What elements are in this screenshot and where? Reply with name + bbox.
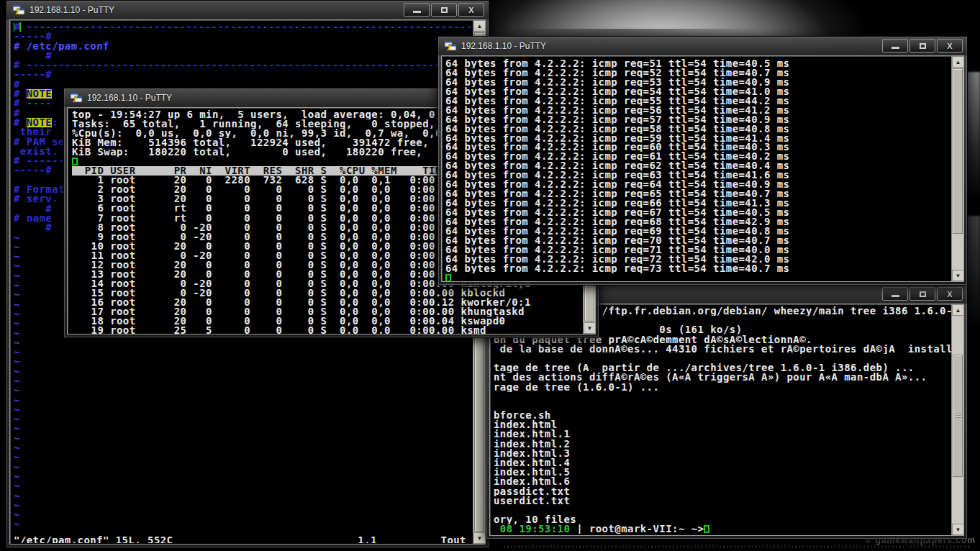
terminal-line: index.html.4 [494,458,963,468]
scroll-up-arrow[interactable]: ▲ [952,56,964,68]
terminal-line: 64 bytes from 4.2.2.2: icmp_req=65 ttl=5… [445,189,963,199]
minimize-button[interactable] [882,287,908,301]
scroll-up-arrow[interactable]: ▲ [473,20,486,32]
terminal-line: ~ [14,414,485,424]
desktop: © gamewallpapers.com 192.168.1.10 - PuTT… [0,0,980,551]
terminal-line: ~ [14,347,485,357]
scrollbar[interactable]: ▲ ▼ [951,304,963,535]
terminal-line: -----# [14,32,485,41]
terminal-line: ~ [14,463,485,472]
terminal-line: ~ [14,472,485,481]
terminal-line: 64 bytes from 4.2.2.2: icmp_req=54 ttl=5… [445,87,963,96]
scrollbar[interactable]: ▲ ▼ [951,56,963,281]
terminal-line: 16 root 20 0 0 0 0 S 0,0 0,0 0:00.12 kwo… [72,298,595,307]
terminal-line: 64 bytes from 4.2.2.2: icmp_req=60 ttl=5… [445,142,963,152]
terminal-line: 19 root 25 5 0 0 0 S 0,0 0,0 0:00.00 ksm… [72,326,595,334]
putty-icon [12,4,25,16]
terminal-line [494,392,963,401]
scroll-down-arrow[interactable]: ▼ [584,322,596,334]
close-button[interactable]: X [458,3,484,17]
terminal-line: 64 bytes from 4.2.2.2: icmp_req=67 ttl=5… [445,208,963,217]
maximize-button[interactable] [431,3,457,17]
terminal-content-ping[interactable]: 64 bytes from 4.2.2.2: icmp_req=51 ttl=5… [441,55,964,282]
terminal-line: 64 bytes from 4.2.2.2: icmp_req=56 ttl=5… [445,106,963,115]
terminal-line: ~ [14,510,485,519]
terminal-line: 64 bytes from 4.2.2.2: icmp_req=58 ttl=5… [445,124,963,134]
maximize-icon [920,43,926,49]
terminal-line: index.html.2 [494,440,963,449]
terminal-line: # --------------------------------------… [14,60,485,70]
terminal-content-shell[interactable]: /ftp.fr.debian.org/debian/ wheezy/main t… [489,304,964,536]
scroll-down-arrow[interactable]: ▼ [473,532,486,544]
terminal-line: ~ [14,491,485,501]
terminal-line: tage de tree (Ã partir de .../archives/t… [494,363,963,373]
maximize-button[interactable] [909,287,935,301]
scrollbar-grip [956,413,961,418]
terminal-line: 64 bytes from 4.2.2.2: icmp_req=71 ttl=5… [445,245,963,255]
terminal-line: nt des actions diffÃ©rÃ©es (Â«Â triggers… [494,373,963,382]
terminal-line: ~ [14,452,485,462]
terminal-line: index.html.5 [494,468,963,477]
terminal-line: 64 bytes from 4.2.2.2: icmp_req=57 ttl=5… [445,115,963,124]
scrollbar-thumb[interactable] [953,68,963,234]
minimize-button[interactable] [882,39,908,53]
terminal-line: # --------------------------------------… [14,22,485,32]
maximize-icon [441,7,448,13]
terminal-line: 17 root 20 0 0 0 0 S 0,0 0,0 0:00.00 khu… [72,307,595,317]
terminal-line: 64 bytes from 4.2.2.2: icmp_req=55 ttl=5… [445,96,963,106]
close-button[interactable]: X [937,287,963,301]
scroll-down-arrow[interactable]: ▼ [952,524,964,535]
terminal-line: rage de tree (1.6.0-1) ... [494,383,963,392]
terminal-line: -----# [14,70,485,79]
terminal-line: 64 bytes from 4.2.2.2: icmp_req=70 ttl=5… [445,236,963,245]
terminal-line: ~ [14,424,485,433]
terminal-line: ~ [14,376,485,386]
terminal-line: de la base de donnÃ©es... 44310 fichiers… [494,345,963,354]
terminal-line: 64 bytes from 4.2.2.2: icmp_req=59 ttl=5… [445,134,963,143]
titlebar[interactable]: 192.168.1.10 - PuTTY X [438,37,967,55]
terminal-line: ~ [14,386,485,395]
wallpaper-edge-smudge [967,216,980,331]
terminal-line: ~ [14,405,485,414]
terminal-line: # /etc/pam.conf [14,42,485,51]
terminal-line: 15 root 0 -20 0 0 0 S 0,0 0,0 0:00.00 kb… [72,288,595,298]
terminal-line: ~ [14,443,485,452]
terminal-line [445,273,963,282]
putty-window-ping: 192.168.1.10 - PuTTY X 64 bytes from 4.2… [437,36,968,286]
close-button[interactable]: X [937,39,963,53]
scroll-up-arrow[interactable]: ▲ [952,304,964,316]
maximize-button[interactable] [909,39,935,53]
wallpaper-microtext [504,545,971,548]
terminal-line: 64 bytes from 4.2.2.2: icmp_req=66 ttl=5… [445,199,963,208]
terminal-line: 64 bytes from 4.2.2.2: icmp_req=51 ttl=5… [445,59,963,68]
terminal-line: 64 bytes from 4.2.2.2: icmp_req=72 ttl=5… [445,255,963,264]
terminal-line: # [14,51,485,60]
maximize-icon [920,291,926,297]
terminal-line: ~ [14,357,485,366]
putty-icon [70,92,83,104]
terminal-line: 64 bytes from 4.2.2.2: icmp_req=63 ttl=5… [445,170,963,180]
minimize-icon [891,295,899,297]
terminal-line: ~ [14,501,485,510]
minimize-icon [891,47,899,49]
terminal-line: 64 bytes from 4.2.2.2: icmp_req=53 ttl=5… [445,78,963,87]
terminal-line: 64 bytes from 4.2.2.2: icmp_req=68 ttl=5… [445,217,963,227]
scroll-down-arrow[interactable]: ▼ [952,270,964,281]
shell-prompt-line: 08 19:53:10 | root@mark-VII:~ ~> [494,524,963,534]
terminal-line: ~ [14,519,485,529]
terminal-line: ~ [14,338,485,347]
terminal-line: 64 bytes from 4.2.2.2: icmp_req=69 ttl=5… [445,227,963,236]
minimize-button[interactable] [404,3,430,17]
titlebar[interactable]: 192.168.1.10 - PuTTY X [6,1,489,19]
minimize-icon [413,11,421,13]
terminal-line [494,506,963,515]
vim-status-line: "/etc/pam.conf" 15L, 552C 1,1 Tout [10,534,466,543]
scrollbar-thumb[interactable] [953,355,963,477]
terminal-line [494,354,963,363]
terminal-line: 18 root 20 0 0 0 0 S 0,0 0,0 0:00.04 ksw… [72,317,595,326]
terminal-line [494,401,963,411]
terminal-line: passdict.txt [494,487,963,496]
putty-icon [444,40,457,52]
terminal-line: ~ [14,367,485,376]
terminal-line: ~ [14,434,485,443]
